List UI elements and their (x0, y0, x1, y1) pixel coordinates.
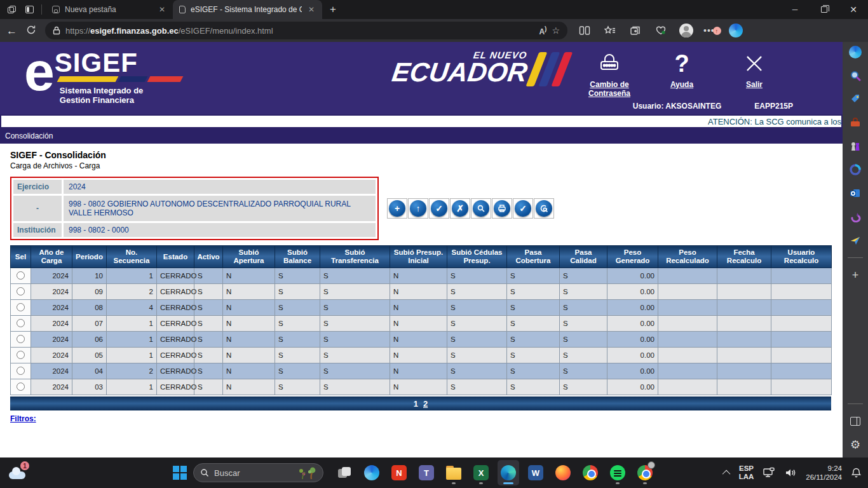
row-select-radio[interactable] (17, 271, 25, 280)
sidebar-panel-icon[interactable] (849, 415, 862, 428)
esigef-header: e SIGEF Sistema Integrado de Gestión Fin… (0, 42, 843, 114)
menu-item-consolidacion[interactable]: Consolidación (5, 132, 53, 140)
copilot-icon[interactable] (728, 24, 744, 37)
pdf-app-icon[interactable]: N (388, 460, 410, 485)
recalculate-button[interactable] (534, 198, 554, 219)
filters-link[interactable]: Filtros: (10, 414, 36, 423)
column-header: Peso Generado (607, 246, 658, 268)
row-select-radio[interactable] (17, 383, 25, 391)
drop-icon[interactable] (849, 210, 862, 223)
table-row: 2024071CERRADOSNSSNSSS0.00 (11, 316, 832, 332)
split-screen-icon[interactable] (576, 25, 593, 36)
change-password-button[interactable]: Cambio de Contraseña (582, 47, 637, 98)
row-select-radio[interactable] (17, 351, 25, 359)
table-cell: N (390, 300, 447, 316)
tools-icon[interactable] (849, 116, 862, 129)
shopping-icon[interactable] (849, 93, 862, 105)
copilot-icon[interactable] (849, 46, 862, 58)
start-button[interactable] (173, 466, 187, 480)
menu-bar: Consolidación (0, 128, 843, 144)
favorites-icon[interactable] (602, 25, 618, 36)
row-select-radio[interactable] (17, 367, 25, 375)
table-cell (717, 332, 771, 348)
read-aloud-icon[interactable]: A) (539, 25, 546, 36)
add-sidebar-item-icon[interactable]: + (849, 269, 862, 281)
taskbar-search[interactable]: Buscar (193, 463, 323, 482)
table-cell: S (275, 316, 320, 332)
logout-button[interactable]: Salir (727, 47, 782, 98)
workspaces-icon[interactable] (8, 6, 17, 13)
chrome-profile-icon[interactable] (634, 460, 656, 485)
delete-file-button[interactable]: ✗ (450, 198, 470, 219)
row-select-radio[interactable] (17, 303, 25, 311)
search-icon (200, 468, 209, 477)
table-cell: 03 (72, 379, 107, 395)
table-cell: 1 (107, 379, 157, 395)
tab-actions-icon[interactable] (25, 6, 34, 13)
table-cell: S (194, 379, 223, 395)
language-indicator[interactable]: ESPLAA (739, 464, 754, 481)
page-link-2[interactable]: 2 (423, 399, 428, 409)
taskbar-overflow-icon[interactable] (722, 470, 730, 478)
address-bar[interactable]: https://esigef.finanzas.gob.ec/eSIGEF/me… (45, 22, 567, 39)
restore-button[interactable] (810, 0, 839, 19)
row-select-radio[interactable] (17, 335, 25, 343)
collections-icon[interactable] (627, 25, 644, 36)
column-header: Sel (11, 246, 31, 268)
outlook-icon[interactable] (849, 187, 862, 200)
back-icon[interactable]: ← (6, 25, 17, 36)
new-document-button[interactable]: + (387, 198, 407, 219)
tab-close-icon[interactable]: ✕ (307, 5, 316, 14)
settings-gear-icon[interactable]: ⚙ (849, 438, 862, 451)
table-cell: S (320, 316, 390, 332)
copilot-icon[interactable] (361, 460, 383, 485)
word-icon[interactable]: W (525, 460, 546, 485)
url-text: https://esigef.finanzas.gob.ec/eSIGEF/me… (65, 26, 273, 36)
table-cell: CERRADO (157, 300, 194, 316)
games-icon[interactable] (849, 140, 862, 152)
settings-menu-icon[interactable]: •••↑ (703, 25, 715, 36)
close-button[interactable]: ✕ (839, 0, 868, 19)
print-button[interactable] (492, 198, 512, 219)
row-select-radio[interactable] (17, 319, 25, 327)
validate-file-button[interactable]: ✓ (429, 198, 449, 219)
tab-close-icon[interactable]: ✕ (158, 5, 166, 14)
network-icon[interactable] (763, 467, 775, 478)
preview-file-button[interactable] (471, 198, 491, 219)
firefox-icon[interactable] (552, 460, 574, 485)
teams-icon[interactable]: T (416, 460, 437, 485)
actions-toolbar: + ↑ ✓ ✗ ✓ (386, 198, 554, 219)
task-view-icon[interactable] (334, 460, 355, 485)
table-cell: 10 (72, 268, 107, 284)
speaker-icon[interactable] (784, 468, 797, 478)
new-tab-button[interactable]: + (322, 3, 344, 16)
minimize-button[interactable]: ─ (780, 0, 810, 19)
browser-essentials-icon[interactable] (653, 25, 669, 36)
tab-esigef[interactable]: eSIGEF - Sistema Integrado de G ✕ (173, 0, 322, 19)
weather-widget[interactable]: 1 (9, 464, 28, 480)
approve-button[interactable]: ✓ (513, 198, 533, 219)
spotify-icon[interactable] (607, 460, 628, 485)
help-button[interactable]: ? Ayuda (654, 47, 709, 98)
refresh-icon[interactable] (26, 25, 36, 37)
table-cell (658, 363, 717, 379)
tab-nueva-pestana[interactable]: Nueva pestaña ✕ (46, 0, 173, 19)
table-cell: 1 (107, 348, 157, 363)
microsoft365-icon[interactable] (849, 163, 862, 176)
table-cell: N (390, 332, 447, 348)
upload-file-button[interactable]: ↑ (408, 198, 428, 219)
notifications-bell-icon[interactable] (851, 467, 862, 478)
search-icon[interactable] (849, 69, 862, 82)
designer-icon[interactable] (849, 234, 862, 247)
chrome-icon[interactable] (580, 460, 601, 485)
profile-avatar[interactable] (678, 24, 695, 37)
clock[interactable]: 9:2426/11/2024 (806, 464, 842, 482)
file-explorer-icon[interactable] (443, 460, 465, 485)
row-select-radio[interactable] (17, 287, 25, 295)
table-cell: S (320, 268, 390, 284)
table-cell: S (320, 379, 390, 395)
excel-icon[interactable]: X (470, 460, 492, 485)
edge-icon[interactable] (498, 460, 519, 485)
table-cell: S (194, 268, 223, 284)
favorite-star-icon[interactable]: ☆ (552, 25, 560, 36)
